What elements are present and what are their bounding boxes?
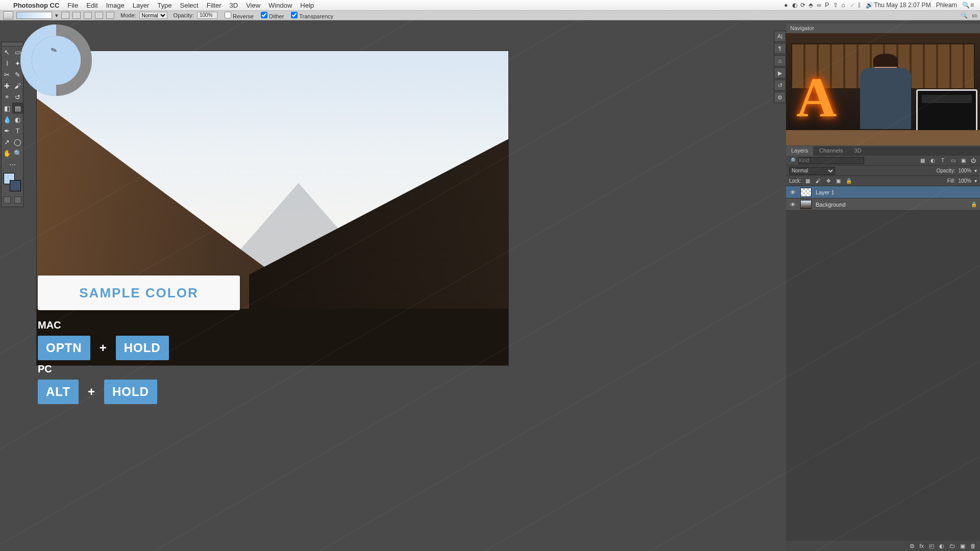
layer-name[interactable]: Background — [816, 202, 846, 208]
visibility-icon[interactable]: 👁 — [789, 202, 796, 208]
status-icon[interactable]: ⬘ — [806, 2, 814, 9]
actions-panel-icon[interactable]: ▶ — [774, 67, 786, 79]
eraser-tool[interactable]: ◧ — [2, 103, 12, 114]
wifi-icon[interactable]: ⟋ — [847, 2, 855, 9]
gradient-preview[interactable] — [16, 12, 52, 19]
tool-preset-picker[interactable] — [3, 11, 13, 19]
opacity-value[interactable]: 100% — [958, 168, 971, 173]
filter-pixel-icon[interactable]: ▦ — [919, 157, 926, 164]
status-icon[interactable]: ◐ — [790, 2, 798, 9]
dropdown-icon[interactable]: ▾ — [55, 12, 58, 19]
menu-edit[interactable]: Edit — [82, 2, 102, 9]
dither-checkbox[interactable]: Dither — [257, 12, 284, 19]
document-canvas[interactable] — [37, 51, 508, 365]
menu-layer[interactable]: Layer — [129, 2, 154, 9]
panel-handle[interactable] — [2, 42, 23, 46]
mask-icon[interactable]: ◰ — [929, 543, 934, 549]
menu-select[interactable]: Select — [176, 2, 202, 9]
menu-help[interactable]: Help — [296, 2, 318, 9]
menu-image[interactable]: Image — [102, 2, 129, 9]
status-icon[interactable]: ⌂ — [839, 2, 847, 9]
lock-position-icon[interactable]: ✥ — [825, 178, 832, 185]
dodge-tool[interactable]: ◐ — [12, 114, 23, 125]
chevron-down-icon[interactable]: ▾ — [974, 168, 977, 173]
blur-tool[interactable]: 💧 — [2, 114, 12, 125]
gradient-tool[interactable]: ▤ — [12, 103, 23, 114]
layer-row[interactable]: 👁 Background 🔒 — [786, 198, 980, 211]
visibility-icon[interactable]: 👁 — [789, 189, 796, 195]
paragraph-panel-icon[interactable]: ¶ — [774, 43, 786, 54]
layer-thumb[interactable] — [800, 188, 812, 197]
patch-tool[interactable]: ✚ — [2, 80, 12, 91]
color-swatches[interactable] — [4, 173, 21, 191]
lock-transparent-icon[interactable]: ▦ — [804, 178, 812, 185]
hand-tool[interactable]: ✋ — [2, 147, 12, 159]
status-icon[interactable]: ● — [781, 2, 790, 9]
menubar-clock[interactable]: Thu May 18 2:07 PM — [871, 2, 933, 9]
lasso-tool[interactable]: ⌇ — [2, 58, 12, 69]
chevron-down-icon[interactable]: ▾ — [974, 178, 977, 184]
mode-select[interactable]: Normal — [139, 12, 167, 19]
eyedropper-tool[interactable]: ✎ — [12, 69, 23, 80]
zoom-tool[interactable]: 🔍 — [12, 147, 23, 159]
fx-icon[interactable]: fx — [919, 543, 924, 549]
search-icon[interactable]: 🔍 — [961, 12, 968, 19]
status-icon[interactable]: ⇪ — [830, 2, 839, 9]
menu-filter[interactable]: Filter — [203, 2, 226, 9]
lock-icon[interactable]: 🔒 — [971, 202, 977, 207]
more-tools[interactable]: ⋯ — [2, 159, 23, 170]
pen-tool[interactable]: ✒ — [2, 125, 12, 136]
spotlight-icon[interactable]: 🔍 — [960, 2, 968, 9]
type-tool[interactable]: T — [12, 125, 23, 136]
properties-panel-icon[interactable]: ⚙ — [774, 92, 786, 103]
lock-all-icon[interactable]: 🔒 — [845, 178, 852, 185]
gradient-diamond-button[interactable] — [106, 12, 114, 19]
status-icon[interactable]: ∞ — [814, 2, 822, 9]
layer-filter-kind[interactable] — [798, 157, 864, 164]
menu-file[interactable]: File — [63, 2, 82, 9]
adjustment-icon[interactable]: ◐ — [939, 543, 944, 549]
group-icon[interactable]: 🗀 — [949, 543, 955, 549]
menu-type[interactable]: Type — [153, 2, 176, 9]
character-panel-icon[interactable]: A| — [774, 31, 786, 42]
lock-artboard-icon[interactable]: ▣ — [835, 178, 842, 185]
filter-adjust-icon[interactable]: ◐ — [929, 157, 936, 164]
menubar-user[interactable]: Phlearn — [934, 2, 960, 9]
layer-thumb[interactable] — [800, 200, 812, 209]
tab-3d[interactable]: 3D — [849, 146, 867, 156]
screenmode-toggle[interactable] — [14, 196, 21, 204]
volume-icon[interactable]: 🔊 — [863, 2, 871, 9]
blend-mode-select[interactable]: Normal — [789, 167, 835, 175]
history-panel-icon[interactable]: ↺ — [774, 80, 786, 91]
shape-tool[interactable]: ◯ — [12, 136, 23, 147]
gradient-reflected-button[interactable] — [95, 12, 103, 19]
bluetooth-icon[interactable]: ᛒ — [855, 2, 863, 9]
new-layer-icon[interactable]: ▣ — [960, 543, 965, 549]
workspace-switcher[interactable]: ▭ — [972, 12, 977, 19]
layer-row[interactable]: 👁 Layer 1 — [786, 186, 980, 198]
tab-channels[interactable]: Channels — [814, 146, 848, 156]
menubar-app[interactable]: Photoshop CC — [9, 2, 63, 9]
menu-3d[interactable]: 3D — [226, 2, 242, 9]
tab-layers[interactable]: Layers — [786, 146, 813, 156]
fill-value[interactable]: 100% — [958, 178, 971, 184]
history-brush-tool[interactable]: ↺ — [12, 91, 23, 103]
filter-shape-icon[interactable]: ▭ — [949, 157, 957, 164]
status-icon[interactable]: P — [822, 2, 830, 9]
background-color[interactable] — [10, 180, 21, 191]
opacity-value[interactable]: 100% — [197, 12, 217, 19]
glyphs-panel-icon[interactable]: ⌂ — [774, 55, 786, 66]
delete-icon[interactable]: 🗑 — [970, 543, 976, 549]
menu-window[interactable]: Window — [264, 2, 296, 9]
filter-type-icon[interactable]: T — [939, 157, 946, 164]
filter-icon[interactable]: 🔎 — [789, 158, 795, 163]
filter-toggle-icon[interactable]: ⏻ — [970, 157, 977, 164]
stamp-tool[interactable]: ⌖ — [2, 91, 12, 103]
link-layers-icon[interactable]: ⧉ — [910, 543, 914, 549]
move-tool[interactable]: ↖ — [2, 46, 12, 58]
gradient-radial-button[interactable] — [72, 12, 81, 19]
navigator-tab[interactable]: Navigator — [786, 24, 980, 33]
transparency-checkbox[interactable]: Transparency — [287, 12, 333, 19]
crop-tool[interactable]: ✂ — [2, 69, 12, 80]
quickmask-toggle[interactable] — [4, 196, 11, 204]
